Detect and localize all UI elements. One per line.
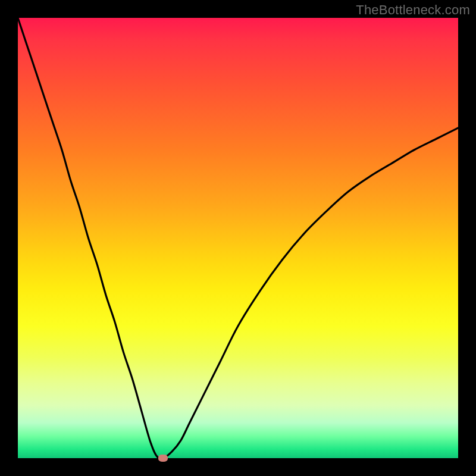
chart-plot-area xyxy=(18,18,458,458)
watermark-text: TheBottleneck.com xyxy=(356,2,470,18)
bottleneck-curve xyxy=(18,18,458,458)
optimum-marker xyxy=(158,455,168,462)
